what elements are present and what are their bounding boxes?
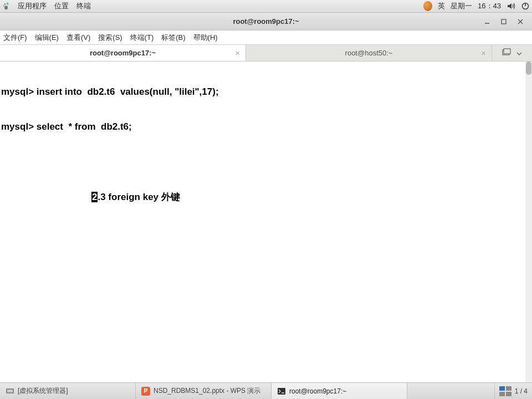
task-label: [虚拟系统管理器]: [18, 386, 68, 396]
wps-presentation-icon: P: [141, 387, 150, 396]
input-method-indicator[interactable]: 英: [438, 1, 445, 11]
gnome-foot-icon: [2, 2, 10, 10]
menu-tabs[interactable]: 标签(B): [161, 33, 185, 43]
terminal-window: root@room9pc17:~ 文件(F) 编辑(E) 查看(V) 搜索(S)…: [0, 13, 532, 399]
volume-icon[interactable]: [507, 2, 515, 11]
menu-terminal[interactable]: 终端(T): [130, 33, 154, 43]
menu-help[interactable]: 帮助(H): [193, 33, 218, 43]
menu-file[interactable]: 文件(F): [3, 33, 27, 43]
menu-search[interactable]: 搜索(S): [98, 33, 122, 43]
terminal-scrollbar[interactable]: [525, 62, 532, 399]
tab-label: root@host50:~: [345, 49, 393, 57]
task-virt-manager[interactable]: [虚拟系统管理器]: [0, 383, 136, 399]
time-indicator[interactable]: 16：43: [478, 1, 501, 11]
tab-host50[interactable]: root@host50:~ ×: [246, 45, 492, 61]
tab-close-icon[interactable]: ×: [481, 48, 486, 58]
workspace-label: 1 / 4: [515, 387, 528, 395]
scrollbar-thumb[interactable]: [526, 62, 531, 75]
workspace-switcher[interactable]: 1 / 4: [494, 383, 532, 399]
window-title: root@room9pc17:~: [233, 17, 299, 25]
tab-menu-icon[interactable]: [516, 49, 522, 57]
terminal-cursor: 2: [91, 192, 98, 202]
date-indicator[interactable]: 星期一: [451, 1, 472, 11]
tab-close-icon[interactable]: ×: [235, 48, 240, 58]
terminal-area: mysql> insert into db2.t6 values(null, "…: [0, 62, 532, 399]
svg-rect-7: [502, 19, 506, 24]
task-wps[interactable]: P NSD_RDBMS1_02.pptx - WPS 演示: [136, 383, 272, 399]
terminal-line: mysql> select * from db2.t6;: [0, 121, 525, 132]
task-label: NSD_RDBMS1_02.pptx - WPS 演示: [154, 386, 260, 396]
menu-view[interactable]: 查看(V): [66, 33, 90, 43]
gnome-panel-right: 英 星期一 16：43: [423, 1, 530, 11]
gnome-bottom-panel: [虚拟系统管理器] P NSD_RDBMS1_02.pptx - WPS 演示 …: [0, 382, 532, 399]
tab-room9pc17[interactable]: root@room9pc17:~ ×: [0, 45, 246, 61]
update-notifier-icon[interactable]: [423, 2, 432, 11]
task-terminal[interactable]: root@room9pc17:~: [272, 383, 407, 399]
gnome-panel-left: 应用程序 位置 终端: [2, 1, 91, 11]
svg-point-3: [4, 6, 8, 9]
tab-label: root@room9pc17:~: [90, 49, 156, 57]
close-button[interactable]: [516, 18, 524, 25]
window-controls: [483, 13, 530, 30]
section-text: .3 foreign key 外键: [98, 192, 180, 202]
window-titlebar[interactable]: root@room9pc17:~: [0, 13, 532, 30]
tab-bar: root@room9pc17:~ × root@host50:~ ×: [0, 45, 532, 62]
workspace-grid-icon: [499, 386, 511, 396]
terminal-line: 2.3 foreign key 外键: [0, 191, 525, 203]
tab-tools: [492, 45, 532, 61]
terminal-line: mysql> insert into db2.t6 values(null, "…: [0, 86, 525, 98]
terminal-launcher[interactable]: 终端: [76, 1, 91, 11]
gnome-top-panel: 应用程序 位置 终端 英 星期一 16：43: [0, 0, 532, 13]
power-icon[interactable]: [521, 2, 530, 11]
terminal-content[interactable]: mysql> insert into db2.t6 values(null, "…: [0, 62, 525, 399]
svg-rect-14: [278, 388, 285, 395]
svg-rect-11: [504, 49, 510, 54]
terminal-line: [0, 156, 525, 168]
minimize-button[interactable]: [483, 18, 491, 25]
places-menu[interactable]: 位置: [54, 1, 69, 11]
svg-rect-13: [7, 390, 13, 392]
applications-menu[interactable]: 应用程序: [18, 1, 47, 11]
virt-manager-icon: [6, 387, 14, 396]
task-label: root@room9pc17:~: [289, 387, 346, 395]
maximize-button[interactable]: [500, 18, 508, 25]
svg-point-2: [3, 6, 4, 7]
terminal-icon: [277, 387, 286, 396]
svg-point-0: [7, 3, 9, 5]
new-tab-icon[interactable]: [502, 48, 511, 58]
svg-point-1: [4, 3, 6, 5]
menu-bar: 文件(F) 编辑(E) 查看(V) 搜索(S) 终端(T) 标签(B) 帮助(H…: [0, 30, 532, 45]
menu-edit[interactable]: 编辑(E): [35, 33, 59, 43]
